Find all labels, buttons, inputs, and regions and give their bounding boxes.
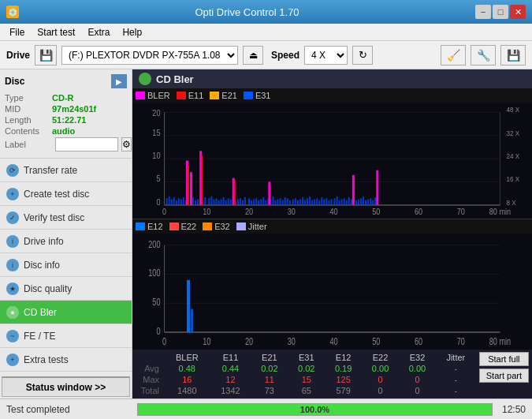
action-button[interactable]: 🔧 (471, 45, 496, 65)
chart-icon (139, 73, 151, 85)
col-e31: E31 (288, 352, 325, 363)
svg-text:70: 70 (457, 335, 465, 346)
chart-header: CD Bler (132, 69, 532, 88)
svg-rect-77 (289, 200, 291, 205)
svg-rect-70 (272, 196, 273, 205)
svg-rect-122 (234, 180, 236, 205)
window-controls: − □ ✕ (475, 5, 526, 19)
svg-rect-63 (255, 198, 257, 205)
svg-text:32 X: 32 X (507, 129, 520, 137)
svg-rect-61 (251, 200, 252, 205)
svg-rect-105 (358, 200, 359, 205)
speed-select[interactable]: 4 X (304, 46, 348, 65)
svg-rect-45 (210, 196, 212, 205)
start-part-button[interactable]: Start part (479, 368, 529, 383)
svg-rect-109 (367, 200, 369, 205)
svg-rect-94 (330, 200, 332, 205)
save-button[interactable]: 💾 (500, 45, 526, 65)
label-icon-button[interactable]: ⚙ (121, 137, 132, 152)
svg-rect-89 (318, 200, 320, 205)
sidebar-item-fe-te[interactable]: ~ FE / TE (0, 324, 132, 348)
drive-label: Drive (6, 50, 30, 61)
max-e22: 0 (362, 374, 399, 385)
drivebar: Drive 💾 (F:) PLEXTOR DVDR PX-755A 1.08 ⏏… (0, 41, 532, 69)
sidebar: Disc ▶ Type CD-R MID 97m24s01f Length 51… (0, 69, 132, 398)
avg-bler: 0.48 (164, 363, 210, 374)
disc-eject-button[interactable]: ▶ (111, 74, 127, 88)
menu-help[interactable]: Help (116, 25, 148, 39)
e12-legend: E12 (136, 222, 163, 231)
e21-legend: E21 (210, 91, 237, 100)
create-test-icon: + (6, 188, 19, 200)
svg-text:10: 10 (203, 207, 210, 216)
drive-select[interactable]: (F:) PLEXTOR DVDR PX-755A 1.08 (61, 46, 238, 65)
transfer-rate-icon: ⟳ (6, 164, 19, 177)
sidebar-item-cd-bler[interactable]: ● CD Bler (0, 301, 132, 324)
max-e21: 11 (251, 374, 288, 385)
col-jitter: Jitter (436, 352, 476, 363)
sidebar-item-drive-info[interactable]: i Drive info (0, 230, 132, 253)
svg-rect-76 (287, 198, 288, 205)
svg-rect-107 (363, 196, 364, 205)
total-e31: 65 (288, 385, 325, 396)
svg-text:8 X: 8 X (507, 198, 516, 207)
svg-text:50: 50 (372, 335, 380, 346)
sidebar-item-verify-test-disc[interactable]: ✓ Verify test disc (0, 206, 132, 230)
svg-rect-40 (197, 200, 199, 205)
status-window-button[interactable]: Status window >> (2, 376, 130, 397)
stats-table: BLER E11 E21 E31 E12 E22 E32 Jitter Avg (136, 352, 476, 396)
start-full-button[interactable]: Start full (479, 352, 529, 366)
svg-rect-92 (326, 198, 327, 205)
col-e12: E12 (325, 352, 362, 363)
svg-text:200: 200 (148, 238, 160, 249)
sidebar-item-create-test-disc[interactable]: + Create test disc (0, 182, 132, 206)
svg-text:30: 30 (288, 207, 296, 216)
svg-rect-71 (274, 200, 276, 205)
svg-rect-34 (183, 197, 184, 205)
svg-rect-64 (258, 200, 259, 205)
sidebar-item-extra-tests[interactable]: + Extra tests (0, 348, 132, 372)
svg-text:40: 40 (329, 335, 337, 346)
svg-rect-117 (268, 181, 270, 204)
top-legend: BLER E11 E21 E31 (132, 88, 532, 103)
svg-rect-142 (187, 280, 190, 332)
maximize-button[interactable]: □ (493, 5, 508, 19)
menu-extra[interactable]: Extra (81, 25, 116, 39)
progress-text: 100.0% (138, 404, 492, 415)
disc-section: Disc ▶ Type CD-R MID 97m24s01f Length 51… (0, 69, 132, 159)
max-e32: 0 (399, 374, 436, 385)
menu-start-test[interactable]: Start test (31, 25, 81, 39)
svg-text:80 min: 80 min (489, 207, 511, 216)
extra-tests-icon: + (6, 354, 19, 366)
bottom-chart-svg: 0 50 100 200 0 10 20 30 40 50 60 70 80 m… (132, 234, 532, 350)
svg-rect-72 (277, 200, 279, 205)
svg-rect-59 (244, 197, 246, 205)
sidebar-item-transfer-rate[interactable]: ⟳ Transfer rate (0, 159, 132, 182)
stats-table-container: BLER E11 E21 E31 E12 E22 E32 Jitter Avg (136, 352, 476, 396)
svg-text:50: 50 (372, 207, 380, 216)
eject-button[interactable]: ⏏ (243, 46, 263, 65)
menubar: File Start test Extra Help (0, 24, 532, 41)
svg-rect-108 (365, 200, 366, 205)
close-button[interactable]: ✕ (510, 5, 526, 19)
svg-text:60: 60 (415, 207, 422, 216)
svg-rect-33 (180, 200, 182, 205)
max-e11: 12 (210, 374, 251, 385)
titlebar: 💿 Opti Drive Control 1.70 − □ ✕ (0, 0, 532, 24)
speed-label: Speed (271, 50, 299, 61)
disc-type-row: Type CD-R (5, 93, 127, 103)
avg-jitter: - (436, 363, 476, 374)
svg-rect-74 (282, 200, 284, 205)
sidebar-item-disc-info[interactable]: i Disc info (0, 253, 132, 277)
sidebar-item-disc-quality[interactable]: ★ Disc quality (0, 277, 132, 301)
menu-file[interactable]: File (3, 25, 31, 39)
avg-e22: 0.00 (362, 363, 399, 374)
refresh-button[interactable]: ↻ (352, 46, 373, 65)
svg-rect-101 (348, 197, 350, 205)
svg-text:60: 60 (415, 335, 422, 346)
top-chart-svg: 0 5 10 15 20 8 X 16 X 24 X 32 X 48 X 0 1… (132, 103, 532, 219)
eraser-button[interactable]: 🧹 (441, 45, 466, 65)
disc-label-input[interactable] (55, 137, 118, 152)
svg-text:10: 10 (203, 335, 210, 346)
minimize-button[interactable]: − (475, 5, 491, 19)
